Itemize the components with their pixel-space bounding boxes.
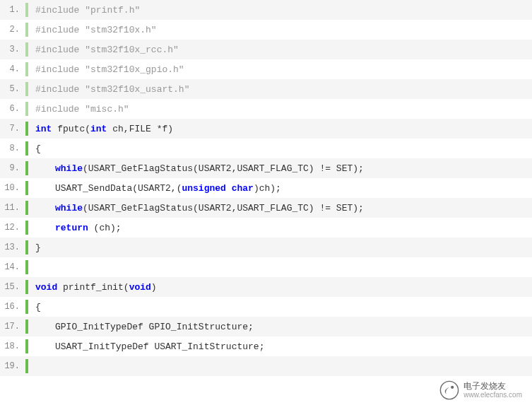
line-marker <box>25 280 28 294</box>
code-line[interactable]: 19. <box>0 356 532 376</box>
line-number: 1. <box>0 5 25 15</box>
code-line[interactable]: 10.USART_SendData(USART2,(unsigned char)… <box>0 178 532 198</box>
line-marker <box>25 102 28 116</box>
code-line[interactable]: 2.#include "stm32f10x.h" <box>0 20 532 40</box>
line-number: 2. <box>0 25 25 35</box>
line-marker <box>25 320 28 334</box>
code-content: #include "stm32f10x_gpio.h" <box>35 64 184 75</box>
code-editor: 1.#include "printf.h"2.#include "stm32f1… <box>0 0 532 376</box>
line-marker <box>25 221 28 235</box>
code-content: USART_InitTypeDef USART_InitStructure; <box>35 341 264 352</box>
code-line[interactable]: 8.{ <box>0 139 532 158</box>
line-number: 19. <box>0 361 25 371</box>
line-number: 3. <box>0 45 25 54</box>
code-line[interactable]: 5.#include "stm32f10x_usart.h" <box>0 79 532 99</box>
code-line[interactable]: 12.return (ch); <box>0 218 532 238</box>
line-marker <box>25 201 28 215</box>
code-line[interactable]: 7.int fputc(int ch,FILE *f) <box>0 119 532 139</box>
code-content: { <box>35 144 41 154</box>
code-content: #include "printf.h" <box>35 5 140 16</box>
line-marker <box>25 122 28 136</box>
code-content <box>35 361 41 372</box>
line-marker <box>25 359 28 373</box>
watermark-title: 电子发烧友 <box>463 381 522 391</box>
code-content: #include "stm32f10x_rcc.h" <box>35 45 179 55</box>
code-content: GPIO_InitTypeDef GPIO_InitStructure; <box>35 322 254 332</box>
line-number: 16. <box>0 302 25 312</box>
line-marker <box>25 161 28 175</box>
code-line[interactable]: 14. <box>0 257 532 277</box>
line-marker <box>25 141 28 156</box>
line-number: 18. <box>0 341 25 351</box>
svg-point-0 <box>441 381 459 399</box>
code-line[interactable]: 15.void printf_init(void) <box>0 277 532 297</box>
svg-point-1 <box>451 386 454 389</box>
line-number: 14. <box>0 262 25 272</box>
code-content: #include "stm32f10x.h" <box>35 25 157 35</box>
line-marker <box>25 339 28 353</box>
line-marker <box>25 181 28 195</box>
line-number: 9. <box>0 163 25 173</box>
line-marker <box>25 260 28 274</box>
line-number: 10. <box>0 183 25 193</box>
watermark: 电子发烧友 www.elecfans.com <box>439 380 522 400</box>
line-number: 8. <box>0 144 25 153</box>
watermark-url: www.elecfans.com <box>463 391 522 399</box>
code-line[interactable]: 11.while(USART_GetFlagStatus(USART2,USAR… <box>0 198 532 218</box>
code-line[interactable]: 18.USART_InitTypeDef USART_InitStructure… <box>0 336 532 356</box>
line-number: 6. <box>0 104 25 114</box>
code-content: while(USART_GetFlagStatus(USART2,USART_F… <box>35 163 364 174</box>
line-marker <box>25 82 28 96</box>
code-content: } <box>35 242 41 253</box>
line-marker <box>25 3 28 17</box>
code-content: USART_SendData(USART2,(unsigned char)ch)… <box>35 183 281 194</box>
code-line[interactable]: 13.} <box>0 238 532 257</box>
code-line[interactable]: 1.#include "printf.h" <box>0 0 532 20</box>
code-line[interactable]: 6.#include "misc.h" <box>0 99 532 119</box>
line-marker <box>25 42 28 57</box>
line-marker <box>25 240 28 254</box>
code-line[interactable]: 9.while(USART_GetFlagStatus(USART2,USART… <box>0 158 532 178</box>
line-number: 7. <box>0 124 25 134</box>
line-marker <box>25 23 28 37</box>
line-marker <box>25 62 28 76</box>
code-line[interactable]: 16.{ <box>0 297 532 317</box>
code-line[interactable]: 4.#include "stm32f10x_gpio.h" <box>0 59 532 79</box>
code-line[interactable]: 17.GPIO_InitTypeDef GPIO_InitStructure; <box>0 317 532 336</box>
watermark-logo-icon <box>439 380 459 400</box>
code-content: return (ch); <box>35 223 122 233</box>
code-content: #include "stm32f10x_usart.h" <box>35 84 189 95</box>
line-number: 5. <box>0 84 25 94</box>
code-content: #include "misc.h" <box>35 104 129 115</box>
code-line[interactable]: 3.#include "stm32f10x_rcc.h" <box>0 40 532 59</box>
line-number: 17. <box>0 322 25 332</box>
code-content: while(USART_GetFlagStatus(USART2,USART_F… <box>35 203 364 213</box>
line-number: 12. <box>0 223 25 233</box>
code-content <box>35 262 41 273</box>
line-marker <box>25 300 28 314</box>
line-number: 4. <box>0 64 25 74</box>
code-content: int fputc(int ch,FILE *f) <box>35 124 173 134</box>
code-content: void printf_init(void) <box>35 282 157 293</box>
line-number: 15. <box>0 282 25 292</box>
line-number: 11. <box>0 203 25 213</box>
code-content: { <box>35 302 41 312</box>
line-number: 13. <box>0 242 25 252</box>
